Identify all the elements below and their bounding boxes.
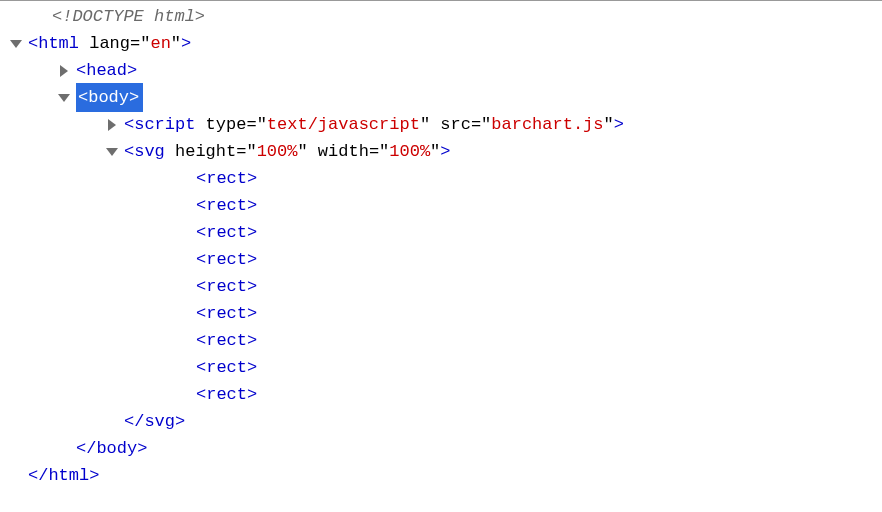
arrow-slot-empty: [172, 354, 196, 381]
html-open-tag: <html lang="en">: [28, 30, 191, 57]
arrow-slot-empty: [172, 273, 196, 300]
arrow-slot-empty: [172, 165, 196, 192]
node-head[interactable]: <head>: [0, 57, 882, 84]
arrow-slot-empty: [100, 408, 124, 435]
node-rect[interactable]: <rect>: [0, 381, 882, 408]
node-html-open[interactable]: <html lang="en">: [0, 30, 882, 57]
arrow-slot-empty: [172, 327, 196, 354]
node-rect[interactable]: <rect>: [0, 273, 882, 300]
arrow-slot-empty: [172, 300, 196, 327]
node-rect[interactable]: <rect>: [0, 246, 882, 273]
node-rect[interactable]: <rect>: [0, 300, 882, 327]
node-rect[interactable]: <rect>: [0, 219, 882, 246]
expand-toggle-head[interactable]: [52, 57, 76, 84]
html-close-tag: </html>: [28, 462, 99, 489]
chevron-down-icon: [106, 148, 118, 156]
script-open-tag: <script type="text/javascript" src="barc…: [124, 111, 624, 138]
arrow-slot-empty: [52, 435, 76, 462]
arrow-slot-empty: [4, 462, 28, 489]
doctype-text: <!DOCTYPE html>: [52, 3, 205, 30]
elements-panel: <!DOCTYPE html> <html lang="en"> <head> …: [0, 0, 882, 489]
rect-tag: <rect>: [196, 273, 257, 300]
expand-toggle-svg[interactable]: [100, 138, 124, 165]
expand-toggle-script[interactable]: [100, 111, 124, 138]
node-rect[interactable]: <rect>: [0, 354, 882, 381]
selected-node: <body>: [76, 83, 143, 112]
rects-container: <rect><rect><rect><rect><rect><rect><rec…: [0, 165, 882, 408]
node-body-close[interactable]: </body>: [0, 435, 882, 462]
node-svg-close[interactable]: </svg>: [0, 408, 882, 435]
rect-tag: <rect>: [196, 219, 257, 246]
node-doctype[interactable]: <!DOCTYPE html>: [0, 3, 882, 30]
body-close-tag: </body>: [76, 435, 147, 462]
rect-tag: <rect>: [196, 165, 257, 192]
node-svg-open[interactable]: <svg height="100%" width="100%">: [0, 138, 882, 165]
arrow-slot-empty: [172, 246, 196, 273]
chevron-down-icon: [10, 40, 22, 48]
chevron-right-icon: [108, 119, 116, 131]
svg-close-tag: </svg>: [124, 408, 185, 435]
expand-toggle-body[interactable]: [52, 84, 76, 111]
svg-open-tag: <svg height="100%" width="100%">: [124, 138, 451, 165]
arrow-slot-empty: [172, 381, 196, 408]
node-script[interactable]: <script type="text/javascript" src="barc…: [0, 111, 882, 138]
rect-tag: <rect>: [196, 300, 257, 327]
arrow-slot-empty: [172, 192, 196, 219]
node-body-open[interactable]: <body>: [0, 84, 882, 111]
node-rect[interactable]: <rect>: [0, 165, 882, 192]
arrow-slot-empty: [28, 3, 52, 30]
arrow-slot-empty: [172, 219, 196, 246]
chevron-right-icon: [60, 65, 68, 77]
rect-tag: <rect>: [196, 354, 257, 381]
chevron-down-icon: [58, 94, 70, 102]
node-html-close[interactable]: </html>: [0, 462, 882, 489]
rect-tag: <rect>: [196, 327, 257, 354]
node-rect[interactable]: <rect>: [0, 327, 882, 354]
head-open-tag: <head>: [76, 57, 137, 84]
rect-tag: <rect>: [196, 192, 257, 219]
node-rect[interactable]: <rect>: [0, 192, 882, 219]
rect-tag: <rect>: [196, 381, 257, 408]
rect-tag: <rect>: [196, 246, 257, 273]
expand-toggle-html[interactable]: [4, 30, 28, 57]
